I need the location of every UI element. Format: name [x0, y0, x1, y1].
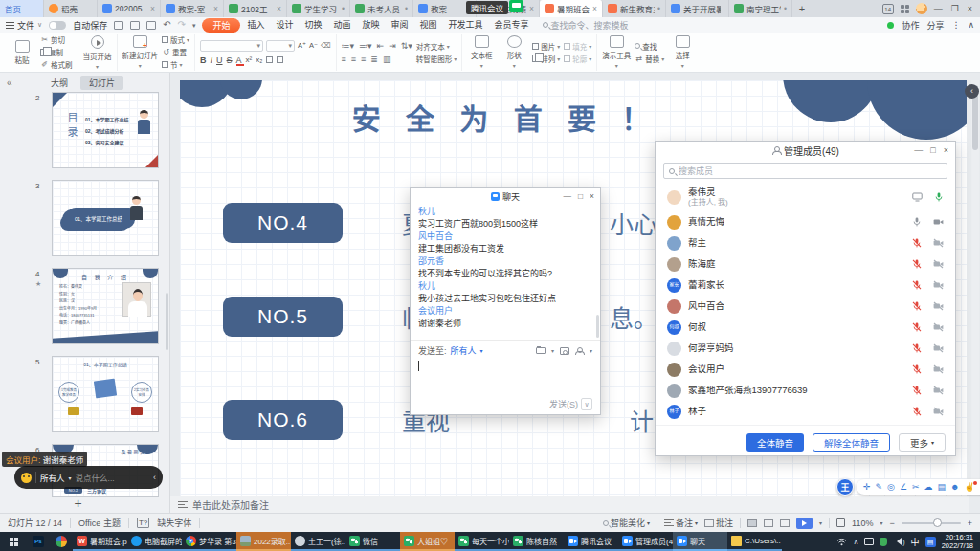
taskbar-window-button[interactable]: 电脑截屏的..	[127, 532, 182, 551]
mic-icon[interactable]	[912, 407, 922, 416]
mute-all-button[interactable]: 全体静音	[746, 433, 804, 452]
tab-close-icon[interactable]: •	[657, 4, 660, 13]
chat-target-select[interactable]: 所有人	[40, 472, 65, 483]
print-icon[interactable]	[130, 21, 140, 30]
member-row[interactable]: 何叔 何叔	[656, 317, 955, 338]
camera-icon[interactable]	[933, 386, 944, 395]
maximize-button[interactable]: ❐	[951, 4, 959, 13]
mic-icon[interactable]	[912, 217, 922, 227]
member-row[interactable]: 陈海庭	[656, 253, 955, 275]
zoom-value[interactable]: 110%	[852, 518, 873, 528]
unmute-all-button[interactable]: 解除全体静音	[813, 433, 890, 452]
zoom-in-button[interactable]: +	[968, 518, 972, 528]
member-row[interactable]: 家鑫地产张海燕13907776639	[656, 380, 955, 401]
justify-icon[interactable]: ≣	[370, 55, 378, 64]
arrange-button[interactable]: 排列▾	[532, 54, 560, 64]
sidebar-collapse-button[interactable]: ‹	[965, 84, 979, 99]
taskbar-window-button[interactable]: 微信	[345, 532, 400, 551]
meeting-chat-bar[interactable]: 所有人 ▾ 说点什么... ‹	[14, 466, 163, 489]
save-icon[interactable]	[114, 21, 123, 30]
send-options-button[interactable]: ∨	[581, 398, 592, 410]
security-shield-icon[interactable]	[880, 538, 887, 546]
reading-view-icon[interactable]	[780, 519, 790, 527]
increase-indent-icon[interactable]: ⇥	[389, 41, 396, 51]
slide-thumbnail-2[interactable]: 目录 01、本学期工作总结02、考试成绩分析03、实习安全建议	[52, 92, 159, 168]
panel-collapse-icon[interactable]: «	[7, 77, 12, 88]
panel-scrollbar[interactable]	[166, 293, 168, 350]
document-tab[interactable]: 关于开展暑	[666, 0, 729, 17]
members-maximize-button[interactable]: □	[930, 145, 935, 155]
taskbar-window-button[interactable]: 土工一(徐..	[291, 532, 345, 551]
mic-icon[interactable]	[912, 301, 922, 311]
camera-icon[interactable]	[933, 301, 944, 311]
taskbar-item-app[interactable]	[50, 532, 73, 551]
menu-item[interactable]: 视图	[415, 18, 442, 33]
wps-tray-icon[interactable]: ▤	[925, 537, 936, 547]
presentation-tools-button[interactable]: 演示工具▾	[602, 35, 631, 69]
notes-toggle-button[interactable]: 备注▾	[664, 517, 698, 529]
document-tab[interactable]: 未考人员 •	[350, 0, 413, 17]
cut-button[interactable]: ✂剪切	[40, 34, 73, 45]
paste-button[interactable]: 粘贴	[8, 40, 36, 65]
document-tab[interactable]: 新生教育主 •	[603, 0, 666, 17]
pen-tool-icon[interactable]: ✎	[876, 483, 883, 492]
select-button[interactable]: 选择▾	[668, 35, 697, 69]
copy-button[interactable]: 复制	[40, 47, 73, 57]
mic-icon[interactable]	[912, 364, 922, 374]
slide-thumbnail-4[interactable]: 自 我 介 绍 姓名：秦伟灵性别：女民族：汉出生年月：1990年9月电话：184…	[52, 268, 159, 344]
taskbar-window-button[interactable]: C:\Users\..	[727, 532, 782, 551]
tab-outline[interactable]: 大纲	[42, 76, 77, 90]
autosave-toggle[interactable]	[49, 21, 66, 30]
taskbar-window-button[interactable]: 2022录取..	[236, 532, 291, 551]
menu-item[interactable]: 会员专享	[490, 18, 534, 33]
italic-button[interactable]: I	[211, 55, 213, 65]
beautify-button[interactable]: 智能美化▾	[603, 517, 650, 529]
menu-item[interactable]: 切换	[301, 18, 327, 33]
chat-maximize-button[interactable]: □	[578, 191, 583, 201]
chat-sender[interactable]: 风中百合	[418, 231, 592, 243]
new-slide-button[interactable]: 新建幻灯片▾	[122, 35, 159, 69]
member-search-input[interactable]	[679, 166, 942, 176]
ime-indicator[interactable]: 中	[911, 536, 920, 548]
slide-thumbnail-5[interactable]: 01、本学期工作总结 1完成教务教学任务 2实习任务安排	[52, 356, 159, 432]
menu-item[interactable]: 开始	[202, 18, 240, 33]
taskbar-window-button[interactable]: 暑期班会.p..	[73, 532, 127, 551]
decrease-indent-icon[interactable]: ⇤	[377, 41, 385, 51]
mic-icon[interactable]	[934, 192, 944, 202]
tab-close-icon[interactable]: •	[342, 4, 345, 13]
tab-slides[interactable]: 幻灯片	[80, 76, 123, 90]
tab-close-icon[interactable]: ×	[529, 4, 534, 13]
camera-icon[interactable]	[933, 238, 944, 248]
mic-icon[interactable]	[912, 343, 922, 353]
account-avatar[interactable]	[916, 3, 927, 14]
sorter-view-icon[interactable]	[764, 519, 773, 527]
members-close-button[interactable]: ×	[944, 145, 948, 155]
laser-tool-icon[interactable]: ◎	[887, 483, 895, 492]
camera-icon[interactable]	[933, 364, 944, 374]
close-button[interactable]: ×	[968, 4, 972, 13]
convert-diagram-button[interactable]: 转智能图形▾	[416, 54, 457, 64]
mic-icon[interactable]	[912, 386, 922, 395]
menu-item[interactable]: 设计	[271, 18, 298, 33]
chat-titlebar[interactable]: 聊天 — □ ×	[411, 188, 600, 204]
add-slide-button[interactable]: +	[0, 496, 156, 511]
calendar-icon[interactable]: 14	[882, 4, 894, 14]
chat-input-placeholder[interactable]: 说点什么...	[76, 472, 149, 483]
textbox-button[interactable]: 文本框▾	[467, 35, 496, 69]
screenshot-icon[interactable]	[560, 347, 569, 355]
camera-icon[interactable]	[933, 259, 944, 269]
missing-font-label[interactable]: 缺失字体	[157, 517, 191, 529]
line-spacing-icon[interactable]: ⇅▾	[401, 41, 412, 51]
toolbar-more-icon[interactable]: ▾	[192, 22, 196, 29]
volume-icon[interactable]: )	[893, 538, 904, 545]
taskbar-window-button[interactable]: 腾讯会议	[564, 532, 618, 551]
align-text-button[interactable]: 对齐文本▾	[416, 41, 457, 52]
start-button[interactable]	[0, 532, 27, 551]
tab-close-icon[interactable]: ×	[592, 4, 597, 13]
menu-item[interactable]: 开发工具	[444, 18, 488, 33]
taskbar-item-photoshop[interactable]: Ps	[27, 532, 50, 551]
camera-icon[interactable]	[933, 343, 944, 353]
menu-item[interactable]: 动画	[329, 18, 356, 33]
chat-minimize-button[interactable]: —	[563, 191, 571, 201]
grow-font-button[interactable]: A⁺	[298, 41, 306, 50]
